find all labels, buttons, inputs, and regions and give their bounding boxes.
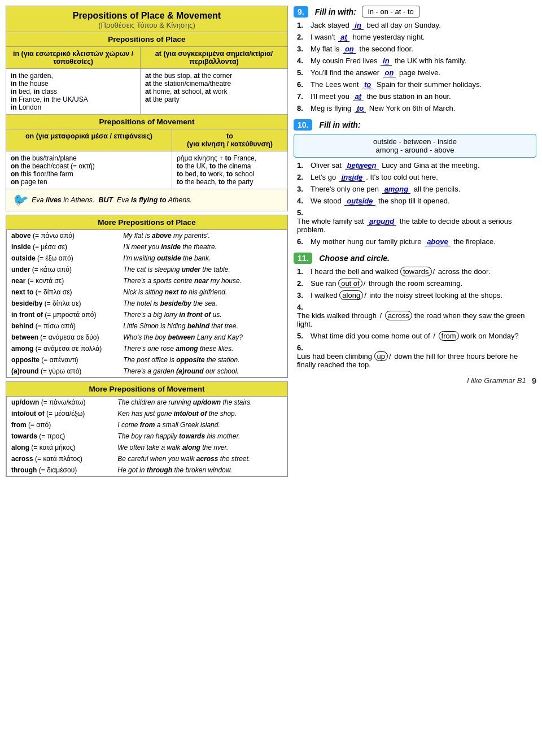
list-item: through (= διαμέσου) He got in through t… bbox=[7, 464, 287, 476]
ex11-word1-2: out of bbox=[338, 279, 362, 288]
right-column: 9. Fill in with: in - on - at - to 1. Ja… bbox=[294, 6, 536, 750]
place-section-header: Prepositions of Place bbox=[6, 32, 288, 46]
bird-icon: 🐦 bbox=[12, 193, 27, 207]
ex9-answer-4: in bbox=[381, 57, 392, 66]
ex9-num: 9. bbox=[294, 6, 308, 18]
page: Prepositions of Place & Movement (Προθέσ… bbox=[0, 0, 542, 756]
ex11-word2-4: across bbox=[385, 311, 412, 320]
place-col1-header: in (για εσωτερικό κλειστών χώρων / τοποθ… bbox=[6, 47, 141, 69]
ex11-word1-3: along bbox=[339, 290, 363, 300]
ex9-options: in - on - at - to bbox=[362, 6, 420, 18]
more-movement-wrapper: up/down (= πάνω/κάτω) The children are r… bbox=[6, 396, 288, 477]
list-item: above (= πάνω από) My flat is above my p… bbox=[7, 230, 287, 242]
ex10-item-4: 4. We stood outside the shop till it ope… bbox=[297, 197, 536, 205]
movement-col1-header: on (για μεταφορικά μέσα / επιφάνειες) bbox=[6, 129, 172, 151]
ex9-item-6: 6. The Lees went to Spain for their summ… bbox=[297, 80, 536, 89]
ex9-answer-3: on bbox=[343, 45, 356, 54]
footer: I like Grammar B1 9 bbox=[294, 376, 536, 385]
list-item: from (= από) I come from a small Greek i… bbox=[7, 419, 287, 431]
ex10-items: 1. Oliver sat between Lucy and Gina at t… bbox=[294, 161, 536, 246]
ex11-items: 1. I heard the bell and walked towards/ … bbox=[294, 267, 536, 369]
place-table: in (για εσωτερικό κλειστών χώρων / τοποθ… bbox=[6, 46, 288, 115]
list-item: outside (= έξω από) I'm waiting outside … bbox=[7, 253, 287, 264]
example-sentence-box: 🐦 Eva lives in Athens. BUT Eva is flying… bbox=[6, 189, 288, 211]
list-item: behind (= πίσω από) Little Simon is hidi… bbox=[7, 320, 287, 332]
main-title: Prepositions of Place & Movement bbox=[8, 11, 285, 21]
exercise-9: 9. Fill in with: in - on - at - to 1. Ja… bbox=[294, 6, 536, 112]
ex10-answer-3: among bbox=[382, 185, 411, 194]
ex9-answer-5: on bbox=[383, 68, 396, 77]
ex9-answer-8: to bbox=[355, 104, 366, 113]
ex10-title: Fill in with: bbox=[319, 120, 360, 129]
place-col1-content: in the garden, in the house in bed, in c… bbox=[6, 69, 141, 115]
ex9-item-1: 1. Jack stayed in bed all day on Sunday. bbox=[297, 21, 536, 29]
movement-section-header: Prepositions of Movement bbox=[6, 115, 288, 129]
ex10-item-2: 2. Let's go inside. It's too cold out he… bbox=[297, 173, 536, 181]
ex10-answer-4: outside bbox=[344, 197, 375, 206]
movement-col1-content: on the bus/train/plane on the beach/coas… bbox=[6, 151, 172, 189]
ex9-item-2: 2. I wasn't at home yesterday night. bbox=[297, 33, 536, 41]
place-col2-header: at (για συγκεκριμένα σημεία/κτίρια/ περι… bbox=[141, 47, 288, 69]
ex9-item-7: 7. I'll meet you at the bus station in a… bbox=[297, 92, 536, 101]
list-item: up/down (= πάνω/κάτω) The children are r… bbox=[7, 397, 287, 409]
more-place-wrapper: above (= πάνω από) My flat is above my p… bbox=[6, 229, 288, 378]
list-item: near (= κοντά σε) There's a sports centr… bbox=[7, 275, 287, 286]
ex10-item-6: 6. My mother hung our family picture abo… bbox=[297, 237, 536, 246]
ex10-options-line1: outside - between - inside bbox=[300, 137, 530, 146]
ex10-answer-6: above bbox=[425, 237, 451, 246]
ex11-item-2: 2. Sue ran out of/ through the room scre… bbox=[297, 279, 536, 288]
list-item: across (= κατά πλάτος) Be careful when y… bbox=[7, 453, 287, 464]
more-movement-section-header: More Prepositions of Movement bbox=[6, 381, 288, 396]
movement-table: on (για μεταφορικά μέσα / επιφάνειες) to… bbox=[6, 129, 288, 189]
movement-col2-header: to(για κίνηση / κατεύθυνση) bbox=[172, 129, 287, 151]
exercise-10: 10. Fill in with: outside - between - in… bbox=[294, 119, 536, 246]
ex11-num: 11. bbox=[294, 253, 312, 264]
example-sentence: Eva lives in Athens. BUT Eva is flying t… bbox=[32, 196, 192, 204]
ex9-item-8: 8. Meg is flying to New York on 6th of M… bbox=[297, 104, 536, 112]
ex11-word1-1: towards bbox=[400, 267, 432, 276]
left-column: Prepositions of Place & Movement (Προθέσ… bbox=[6, 6, 288, 750]
ex9-item-3: 3. My flat is on the second floor. bbox=[297, 45, 536, 53]
ex9-item-4: 4. My cousin Fred lives in the UK with h… bbox=[297, 57, 536, 65]
ex10-item-1: 1. Oliver sat between Lucy and Gina at t… bbox=[297, 161, 536, 170]
ex9-answer-6: to bbox=[362, 80, 373, 89]
ex9-title: Fill in with: bbox=[315, 7, 356, 16]
list-item: into/out of (= μέσα/έξω) Ken has just go… bbox=[7, 408, 287, 419]
list-item: along (= κατά μήκος) We often take a wal… bbox=[7, 442, 287, 453]
list-item: inside (= μέσα σε) I'll meet you inside … bbox=[7, 241, 287, 253]
list-item: opposite (= απέναντι) The post office is… bbox=[7, 354, 287, 366]
ex9-items: 1. Jack stayed in bed all day on Sunday.… bbox=[294, 21, 536, 112]
ex9-answer-1: in bbox=[352, 21, 364, 30]
ex11-item-4: 4. The kids walked through / across the … bbox=[297, 303, 536, 328]
list-item: in front of (= μπροστά από) There's a bi… bbox=[7, 309, 287, 320]
ex9-answer-2: at bbox=[338, 33, 349, 42]
ex10-options-line2: among - around - above bbox=[300, 146, 530, 154]
list-item: (a)round (= γύρω από) There's a garden (… bbox=[7, 366, 287, 377]
list-item: beside/by (= δίπλα σε) The hotel is besi… bbox=[7, 298, 287, 309]
ex10-item-3: 3. There's only one pen among all the pe… bbox=[297, 185, 536, 193]
list-item: between (= ανάμεσα σε δύο) Who's the boy… bbox=[7, 332, 287, 343]
ex11-item-3: 3. I walked along/ into the noisy street… bbox=[297, 291, 536, 299]
ex10-answer-1: between bbox=[345, 161, 379, 170]
movement-col2-content: ρήμα κίνησης + to France, to the UK, to … bbox=[172, 151, 287, 189]
ex10-answer-5: around bbox=[367, 217, 396, 226]
ex11-title: Choose and circle. bbox=[319, 254, 389, 263]
list-item: among (= ανάμεσα σε πολλά) There's one r… bbox=[7, 343, 287, 354]
ex9-answer-7: at bbox=[353, 92, 364, 101]
main-title-block: Prepositions of Place & Movement (Προθέσ… bbox=[6, 6, 288, 32]
ex11-word1-6: up bbox=[374, 351, 388, 361]
more-place-table: above (= πάνω από) My flat is above my p… bbox=[6, 229, 287, 377]
ex10-answer-2: inside bbox=[339, 173, 365, 182]
more-place-section-header: More Prepositions of Place bbox=[6, 215, 288, 229]
ex11-item-6: 6. Luis had been climbing up/ down the h… bbox=[297, 344, 536, 369]
ex10-options-box: outside - between - inside among - aroun… bbox=[294, 134, 536, 158]
list-item: under (= κάτω από) The cat is sleeping u… bbox=[7, 264, 287, 275]
ex11-item-1: 1. I heard the bell and walked towards/ … bbox=[297, 267, 536, 276]
main-subtitle: (Προθέσεις Τόπου & Κίνησης) bbox=[8, 21, 285, 29]
footer-text: I like Grammar B1 bbox=[467, 376, 526, 385]
ex11-word2-5: from bbox=[439, 331, 459, 341]
more-movement-table: up/down (= πάνω/κάτω) The children are r… bbox=[6, 396, 287, 476]
ex9-item-5: 5. You'll find the answer on page twelve… bbox=[297, 68, 536, 77]
footer-page: 9 bbox=[532, 376, 536, 385]
place-col2-content: at the bus stop, at the corner at the st… bbox=[141, 69, 288, 115]
